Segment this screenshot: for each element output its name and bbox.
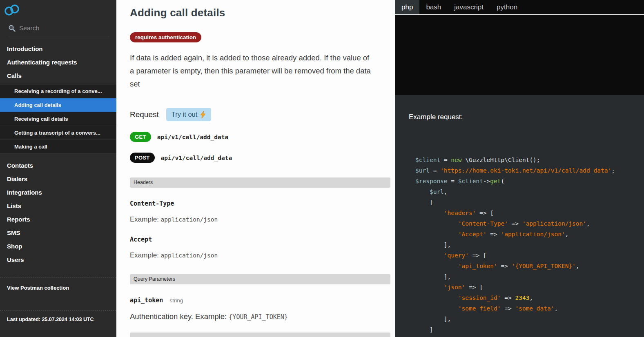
try-it-out-button[interactable]: Try it out	[166, 108, 212, 121]
search-input[interactable]	[19, 24, 89, 32]
code-token: ,	[586, 220, 590, 227]
request-label: Request	[130, 110, 159, 119]
search-icon	[8, 24, 16, 32]
code-token: =	[430, 167, 440, 174]
last-updated: Last updated: 25.07.2024 14:03 UTC	[0, 310, 116, 328]
example-value: application/json	[161, 216, 218, 223]
code-token	[415, 263, 458, 269]
sidebar-item-reports[interactable]: Reports	[0, 213, 116, 226]
tab-python[interactable]: python	[490, 0, 524, 14]
param-example-code: {YOUR_API_TOKEN}	[229, 313, 288, 321]
code-line: ],	[415, 314, 636, 324]
code-line: $response = $client->get(	[415, 176, 636, 186]
example-request-container: Example request: $client = new \GuzzleHt…	[395, 95, 644, 337]
main-content: Adding call details requires authenticat…	[116, 0, 395, 337]
code-token	[415, 252, 444, 259]
sidebar-item-sms[interactable]: SMS	[0, 226, 116, 239]
code-token: ,	[576, 263, 579, 269]
header-params: Content-TypeExample: application/jsonAcc…	[130, 200, 390, 259]
example-request-label: Example request:	[409, 113, 636, 121]
example-label: Example:	[130, 215, 161, 223]
code-line: $url,	[415, 186, 636, 197]
code-line: $client = new \GuzzleHttp\Client();	[415, 155, 636, 165]
tab-javascript[interactable]: javascript	[448, 0, 490, 14]
headers-section-bar: Headers	[130, 177, 390, 188]
param-type: string	[169, 297, 183, 304]
sidebar-item-users[interactable]: Users	[0, 253, 116, 266]
code-token: 'some_field'	[458, 305, 501, 312]
logo[interactable]	[0, 0, 116, 20]
code-token: 'application/json'	[501, 231, 565, 237]
lightning-icon	[201, 111, 206, 118]
sidebar-subitem-receiving-a-recording-of-a-conve[interactable]: Receiving a recording of a conve...	[0, 84, 116, 98]
endpoint-get: GETapi/v1/call/add_data	[130, 132, 390, 142]
try-it-out-label: Try it out	[172, 111, 198, 118]
code-token: => [	[476, 210, 494, 216]
query-param-api-token: api_tokenstringAuthentication key. Examp…	[130, 297, 390, 321]
header-param-accept: AcceptExample: application/json	[130, 236, 390, 259]
sidebar-item-contacts[interactable]: Contacts	[0, 159, 116, 172]
code-token: '{YOUR_API_TOKEN}'	[512, 263, 576, 269]
sidebar-item-lists[interactable]: Lists	[0, 199, 116, 213]
code-token: =>	[487, 231, 501, 237]
sidebar-item-integrations[interactable]: Integrations	[0, 186, 116, 199]
auth-badge: requires authentication	[130, 32, 201, 42]
next-section-bar	[130, 333, 390, 337]
sidebar-item-dialers[interactable]: Dialers	[0, 172, 116, 186]
code-token: 'application/json'	[522, 220, 586, 227]
code-token: 'json'	[444, 284, 465, 290]
calls-submenu: Receiving a recording of a conve...Addin…	[0, 84, 116, 154]
code-token: get	[490, 178, 501, 184]
example-label: Example:	[130, 251, 161, 259]
code-token: ],	[415, 242, 451, 248]
param-example: Example: application/json	[130, 251, 390, 259]
code-token: 2343	[515, 295, 529, 301]
code-token: => [	[465, 284, 483, 290]
sidebar-subitem-adding-call-details[interactable]: Adding call details	[0, 98, 116, 112]
code-line: 'api_token' => '{YOUR_API_TOKEN}',	[415, 261, 636, 271]
code-token	[415, 305, 458, 312]
tab-bash[interactable]: bash	[419, 0, 448, 14]
code-token: ]	[415, 326, 433, 333]
code-line: 'query' => [	[415, 250, 636, 261]
sidebar-subitem-receiving-call-details[interactable]: Receiving call details	[0, 112, 116, 126]
sidebar-subitem-getting-a-transcript-of-a-convers[interactable]: Getting a transcript of a convers...	[0, 126, 116, 140]
code-line: 'session_id' => 2343,	[415, 293, 636, 303]
sidebar-item-authenticating-requests[interactable]: Authenticating requests	[0, 55, 116, 69]
code-token: 'headers'	[444, 210, 476, 216]
sidebar-subitem-making-a-call[interactable]: Making a call	[0, 140, 116, 154]
code-token: 'session_id'	[458, 295, 501, 301]
code-token: =	[440, 157, 451, 163]
sidebar-item-shop[interactable]: Shop	[0, 239, 116, 253]
code-line: 'json' => [	[415, 282, 636, 293]
code-token	[415, 210, 444, 216]
tab-php[interactable]: php	[395, 0, 419, 14]
language-tabs: phpbashjavascriptpython	[395, 0, 644, 15]
code-token: ,	[444, 188, 448, 195]
code-token: ;	[611, 167, 615, 174]
code-token: 'api_token'	[458, 263, 497, 269]
param-head: api_tokenstring	[130, 297, 390, 304]
code-block[interactable]: $client = new \GuzzleHttp\Client();$url …	[415, 155, 636, 335]
search-box[interactable]	[8, 20, 109, 37]
code-token: ,	[529, 295, 533, 301]
code-token: [	[415, 199, 433, 206]
code-token: ],	[415, 273, 451, 280]
code-token: ->	[483, 178, 490, 184]
code-token	[415, 220, 458, 227]
code-token: =>	[501, 305, 515, 312]
param-description: Authentication key. Example: {YOUR_API_T…	[130, 312, 390, 321]
nav-top: IntroductionAuthenticating requestsCalls	[0, 37, 116, 84]
method-badge-get: GET	[130, 132, 151, 142]
code-token: =>	[508, 220, 522, 227]
code-line: ],	[415, 239, 636, 250]
code-token: new	[451, 157, 461, 163]
code-token: ,	[554, 305, 558, 312]
app-root: IntroductionAuthenticating requestsCalls…	[0, 0, 644, 337]
code-token: 'Accept'	[458, 231, 487, 237]
sidebar-item-calls[interactable]: Calls	[0, 69, 116, 82]
sidebar-item-introduction[interactable]: Introduction	[0, 42, 116, 55]
code-line: $url = 'https://home.oki-toki.net/api/v1…	[415, 165, 636, 176]
code-token: $client	[415, 157, 440, 163]
postman-link[interactable]: View Postman collection	[7, 285, 69, 291]
